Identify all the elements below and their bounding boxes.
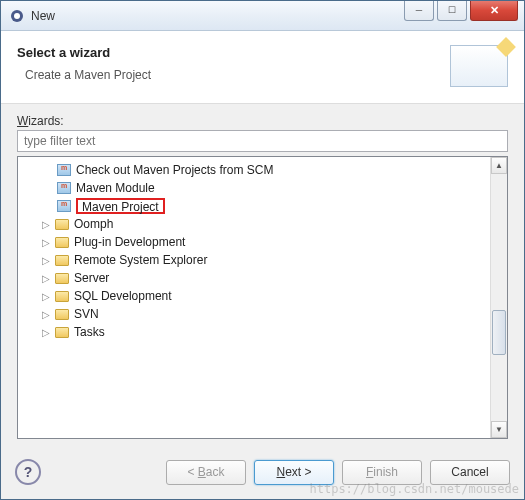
expander-icon[interactable]: ▷ — [40, 272, 52, 284]
button-bar: ? < Back Next > Finish Cancel — [1, 449, 524, 499]
tree-folder[interactable]: ▷Plug-in Development — [20, 233, 488, 251]
expander-icon[interactable]: ▷ — [40, 308, 52, 320]
tree-item-label: Check out Maven Projects from SCM — [76, 163, 273, 177]
wizard-header: Select a wizard Create a Maven Project — [1, 31, 524, 104]
tree-item[interactable]: Maven Module — [20, 179, 488, 197]
window-title: New — [31, 9, 404, 23]
filter-input[interactable] — [17, 130, 508, 152]
scroll-track[interactable] — [491, 174, 507, 421]
cancel-button[interactable]: Cancel — [430, 460, 510, 485]
tree-folder[interactable]: ▷Oomph — [20, 215, 488, 233]
folder-icon — [54, 252, 70, 268]
maximize-button[interactable]: ☐ — [437, 1, 467, 21]
scroll-down-button[interactable]: ▼ — [491, 421, 507, 438]
expander-icon[interactable]: ▷ — [40, 326, 52, 338]
next-button[interactable]: Next > — [254, 460, 334, 485]
wizard-tree: Check out Maven Projects from SCMMaven M… — [17, 156, 508, 439]
scroll-thumb[interactable] — [492, 310, 506, 355]
expander-icon[interactable]: ▷ — [40, 236, 52, 248]
tree-item-label: Plug-in Development — [74, 235, 185, 249]
tree-folder[interactable]: ▷Remote System Explorer — [20, 251, 488, 269]
folder-icon — [54, 270, 70, 286]
tree-item[interactable]: Check out Maven Projects from SCM — [20, 161, 488, 179]
tree-folder[interactable]: ▷SQL Development — [20, 287, 488, 305]
tree-folder[interactable]: ▷SVN — [20, 305, 488, 323]
app-icon — [9, 8, 25, 24]
dialog-window: New ─ ☐ ✕ Select a wizard Create a Maven… — [0, 0, 525, 500]
help-button[interactable]: ? — [15, 459, 41, 485]
tree-item[interactable]: Maven Project — [20, 197, 488, 215]
maven-icon — [56, 180, 72, 196]
page-title: Select a wizard — [17, 45, 450, 60]
wizards-label: Wizards: — [17, 114, 508, 128]
folder-icon — [54, 324, 70, 340]
maven-icon — [56, 198, 72, 214]
folder-icon — [54, 306, 70, 322]
expander-icon[interactable]: ▷ — [40, 290, 52, 302]
folder-icon — [54, 288, 70, 304]
tree-item-label: Remote System Explorer — [74, 253, 207, 267]
folder-icon — [54, 216, 70, 232]
tree-item-label: SVN — [74, 307, 99, 321]
tree-item-label: Oomph — [74, 217, 113, 231]
folder-icon — [54, 234, 70, 250]
tree-body[interactable]: Check out Maven Projects from SCMMaven M… — [18, 157, 490, 438]
svg-point-1 — [14, 13, 20, 19]
tree-item-label: Server — [74, 271, 109, 285]
close-button[interactable]: ✕ — [470, 1, 518, 21]
minimize-button[interactable]: ─ — [404, 1, 434, 21]
tree-item-label: SQL Development — [74, 289, 172, 303]
window-controls: ─ ☐ ✕ — [404, 1, 524, 23]
finish-button[interactable]: Finish — [342, 460, 422, 485]
tree-folder[interactable]: ▷Tasks — [20, 323, 488, 341]
expander-icon[interactable]: ▷ — [40, 218, 52, 230]
scroll-up-button[interactable]: ▲ — [491, 157, 507, 174]
expander-icon[interactable]: ▷ — [40, 254, 52, 266]
titlebar[interactable]: New ─ ☐ ✕ — [1, 1, 524, 31]
tree-folder[interactable]: ▷Server — [20, 269, 488, 287]
tree-item-label: Tasks — [74, 325, 105, 339]
content-area: Wizards: Check out Maven Projects from S… — [1, 104, 524, 449]
page-description: Create a Maven Project — [25, 68, 450, 82]
tree-item-label: Maven Module — [76, 181, 155, 195]
tree-item-label: Maven Project — [76, 198, 165, 214]
vertical-scrollbar[interactable]: ▲ ▼ — [490, 157, 507, 438]
back-button[interactable]: < Back — [166, 460, 246, 485]
wizard-banner-icon — [450, 45, 508, 87]
maven-icon — [56, 162, 72, 178]
